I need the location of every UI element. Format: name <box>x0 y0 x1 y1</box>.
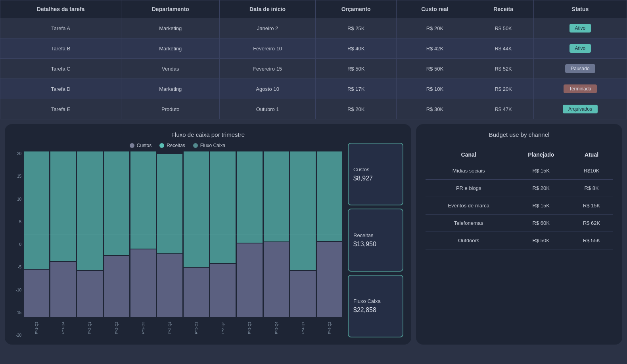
bar-group <box>237 151 262 317</box>
budget-panel: Budget use by channel CanalPlanejadoAtua… <box>416 124 622 345</box>
legend-dot <box>130 143 134 148</box>
bar-group <box>24 151 49 317</box>
table-header: Data de início <box>220 0 315 18</box>
bar-negative <box>317 242 342 317</box>
bar-group <box>210 151 236 317</box>
x-axis-label: FY3-Q1 <box>184 318 209 337</box>
table-header: Custo real <box>397 0 473 18</box>
bar-positive <box>317 151 342 241</box>
chart-area: CustosReceitasFluxo Caixa 20151050-5-10-… <box>13 143 342 337</box>
summary-card: Custos$8,927 <box>348 143 403 205</box>
y-axis-label: 15 <box>17 174 21 178</box>
x-axis-label: FY3-Q2 <box>210 318 236 337</box>
bar-positive <box>264 151 289 241</box>
table-header: Detalhes da tarefa <box>0 0 121 18</box>
summary-card: Fluxo Caixa$22,858 <box>348 275 403 337</box>
bar-negative <box>104 256 129 317</box>
bar-group <box>130 151 156 317</box>
budget-row: Mídias sociaisR$ 15KR$10K <box>426 162 613 180</box>
tasks-table: Detalhes da tarefaDepartamentoData de in… <box>0 0 627 119</box>
x-axis-label: FY3-Q3 <box>237 318 262 337</box>
chart-legend: CustosReceitasFluxo Caixa <box>13 143 342 148</box>
status-badge: Ativo <box>569 44 591 53</box>
bar-group <box>77 151 102 317</box>
bar-group <box>184 151 209 317</box>
bars-container <box>24 151 342 317</box>
x-axis-label: FY1-Q3 <box>24 318 49 337</box>
legend-label: Fluxo Caixa <box>200 143 225 148</box>
x-axis-label: FY2-Q2 <box>104 318 129 337</box>
y-axis-label: -5 <box>18 265 21 269</box>
card-value: $13,950 <box>353 241 398 248</box>
y-axis: 20151050-5-10-15-20 <box>13 151 24 337</box>
bar-negative <box>130 249 156 317</box>
y-axis-label: 10 <box>17 197 21 201</box>
budget-row: TelefonemasR$ 60KR$ 62K <box>426 215 613 232</box>
legend-item: Fluxo Caixa <box>193 143 225 148</box>
table-row: Tarefa BMarketingFevereiro 10R$ 40KR$ 42… <box>0 38 627 59</box>
x-axis-label: FY1-Q4 <box>50 318 76 337</box>
bar-positive <box>237 151 262 243</box>
bar-positive <box>24 151 49 269</box>
legend-dot <box>193 143 198 148</box>
y-axis-label: 5 <box>19 220 21 224</box>
y-axis-label: 20 <box>17 151 21 156</box>
bar-chart-wrapper: 20151050-5-10-15-20 FY1-Q3FY1-Q4FY2-Q1FY… <box>13 151 342 337</box>
x-axis-label: FY4-Q2 <box>317 318 342 337</box>
legend-label: Receitas <box>167 143 185 148</box>
bar-positive <box>50 151 76 261</box>
table-row: Tarefa CVendasFevereiro 15R$ 50KR$ 50KR$… <box>0 59 627 79</box>
table-header: Status <box>533 0 627 18</box>
card-value: $8,927 <box>353 175 398 182</box>
bar-positive <box>130 151 156 249</box>
bar-negative <box>264 242 289 317</box>
bar-positive <box>157 154 182 253</box>
bar-group <box>264 151 289 317</box>
status-badge: Terminada <box>564 84 597 93</box>
bar-negative <box>157 254 182 317</box>
table-header: Orçamento <box>315 0 397 18</box>
card-label: Custos <box>353 167 398 172</box>
y-axis-label: 0 <box>19 242 21 247</box>
y-axis-label: -20 <box>16 333 21 337</box>
x-axis-label: FY4-Q1 <box>290 318 316 337</box>
table-row: Tarefa EProdutoOutubro 1R$ 20KR$ 30KR$ 4… <box>0 99 627 119</box>
status-badge: Ativo <box>569 24 591 33</box>
chart-panel: Fluxo de caixa por trimestre CustosRecei… <box>5 124 411 345</box>
table-row: Tarefa DMarketingAgosto 10R$ 17KR$ 10KR$… <box>0 79 627 99</box>
bar-negative <box>184 268 209 317</box>
legend-item: Custos <box>130 143 151 148</box>
bars-area: FY1-Q3FY1-Q4FY2-Q1FY2-Q2FY2-Q3FY2-Q4FY3-… <box>24 151 342 337</box>
bar-positive <box>290 151 316 270</box>
y-axis-label: -15 <box>16 310 21 315</box>
budget-table: CanalPlanejadoAtual Mídias sociaisR$ 15K… <box>426 148 613 249</box>
bar-group <box>50 151 76 317</box>
budget-column-header: Canal <box>426 148 512 162</box>
summary-card: Receitas$13,950 <box>348 209 403 271</box>
budget-row: Eventos de marcaR$ 15KR$ 15K <box>426 197 613 215</box>
bar-negative <box>77 271 102 317</box>
budget-column-header: Planejado <box>512 148 570 162</box>
table-row: Tarefa AMarketingJaneiro 2R$ 25KR$ 20KR$… <box>0 18 627 38</box>
bar-group <box>317 151 342 317</box>
bottom-section: Fluxo de caixa por trimestre CustosRecei… <box>0 119 627 349</box>
card-label: Receitas <box>353 232 398 238</box>
bar-group <box>104 151 129 317</box>
bar-negative <box>50 262 76 317</box>
budget-row: OutdoorsR$ 50KR$ 55K <box>426 232 613 249</box>
x-axis-label: FY2-Q3 <box>130 318 156 337</box>
bar-negative <box>290 271 316 317</box>
summary-cards: Custos$8,927Receitas$13,950Fluxo Caixa$2… <box>348 143 403 337</box>
legend-item: Receitas <box>159 143 185 148</box>
bar-positive <box>210 151 236 263</box>
bar-negative <box>237 243 262 317</box>
status-badge: Pausado <box>565 64 595 73</box>
legend-label: Custos <box>137 143 151 148</box>
bar-positive <box>184 151 209 267</box>
x-labels: FY1-Q3FY1-Q4FY2-Q1FY2-Q2FY2-Q3FY2-Q4FY3-… <box>24 318 342 337</box>
bar-negative <box>210 264 236 317</box>
budget-title: Budget use by channel <box>426 131 613 138</box>
x-axis-label: FY3-Q4 <box>264 318 289 337</box>
table-header: Receita <box>473 0 534 18</box>
y-axis-label: -10 <box>16 288 21 292</box>
